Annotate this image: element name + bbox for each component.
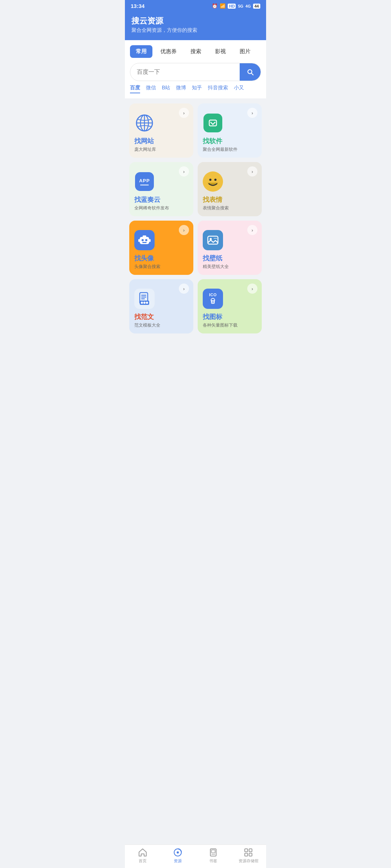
- app-subtitle: 聚合全网资源，方便你的搜索: [131, 27, 260, 34]
- tab-image[interactable]: 图片: [234, 45, 256, 58]
- svg-rect-12: [142, 242, 147, 243]
- search-button[interactable]: [240, 63, 261, 81]
- tab-common[interactable]: 常用: [130, 45, 152, 58]
- svg-point-10: [142, 239, 144, 241]
- nav-home-label: 首页: [139, 858, 147, 864]
- svg-point-23: [143, 302, 146, 304]
- card-title-emoji: 找表情: [203, 195, 257, 204]
- card-desc-wallpaper: 精美壁纸大全: [203, 264, 257, 270]
- nav-resource[interactable]: 资源: [160, 848, 196, 864]
- engine-zhihu[interactable]: 知乎: [192, 85, 202, 93]
- card-emoji[interactable]: › 找表情 表情聚合搜索: [198, 162, 262, 216]
- svg-point-11: [145, 239, 147, 241]
- alarm-icon: ⏰: [212, 3, 218, 9]
- bottom-nav: 首页 资源 书签 资源存储馆: [125, 844, 266, 868]
- engine-weibo[interactable]: 微博: [176, 85, 186, 93]
- engine-tabs: 百度 微信 B站 微博 知乎 抖音搜索 小又: [125, 81, 266, 98]
- svg-point-22: [141, 302, 143, 304]
- cards-grid: › 找网站 庞大网址库 ›: [125, 98, 266, 339]
- nav-resource-label: 资源: [174, 858, 182, 864]
- icon-doc: [134, 289, 155, 309]
- svg-rect-19: [141, 297, 146, 298]
- card-arrow-emoji: ›: [247, 166, 257, 176]
- tab-coupon[interactable]: 优惠券: [155, 45, 182, 58]
- card-title-avatar: 找头像: [134, 254, 188, 263]
- bookmark-icon: [209, 848, 218, 857]
- svg-rect-20: [141, 298, 145, 299]
- svg-rect-33: [245, 849, 248, 852]
- card-arrow-icon: ›: [247, 284, 257, 294]
- storage-icon: [244, 848, 253, 857]
- nav-storage[interactable]: 资源存储馆: [231, 848, 266, 864]
- search-icon: [246, 68, 254, 76]
- tabs-row: 常用 优惠券 搜索 影视 图片 百科: [130, 45, 261, 58]
- svg-rect-31: [211, 850, 215, 853]
- engine-douyin[interactable]: 抖音搜索: [208, 85, 228, 93]
- card-wallpaper[interactable]: › 找壁纸 精美壁纸大全: [198, 221, 262, 275]
- icon-software: [203, 113, 223, 133]
- svg-point-7: [214, 179, 216, 181]
- search-section: [125, 58, 266, 81]
- card-desc-app: 全网稀奇软件发布: [134, 205, 188, 211]
- card-desc-essay: 范文模板大全: [134, 322, 188, 328]
- engine-baidu[interactable]: 百度: [130, 85, 140, 93]
- tab-search[interactable]: 搜索: [185, 45, 207, 58]
- card-software[interactable]: › 找软件 聚合全网最新软件: [198, 103, 262, 158]
- card-arrow-app: ›: [179, 166, 189, 176]
- svg-rect-18: [141, 295, 146, 296]
- status-time: 13:34: [131, 3, 144, 9]
- nav-storage-label: 资源存储馆: [239, 858, 258, 864]
- svg-rect-13: [138, 239, 140, 242]
- svg-point-5: [205, 174, 221, 190]
- search-input[interactable]: [130, 64, 240, 80]
- icon-ico: ICO: [203, 289, 223, 309]
- svg-rect-15: [208, 236, 218, 244]
- search-box: [130, 63, 261, 81]
- hd-icon: HD: [228, 4, 236, 9]
- card-arrow-essay: ›: [179, 284, 189, 294]
- card-avatar[interactable]: › 找头像 头像聚合搜索: [129, 221, 193, 275]
- svg-point-24: [146, 302, 148, 304]
- icon-image: [203, 230, 223, 250]
- tab-video[interactable]: 影视: [209, 45, 232, 58]
- engine-xiaoyou[interactable]: 小又: [234, 85, 244, 93]
- home-icon: [138, 848, 147, 857]
- nav-bookmark-label: 书签: [209, 858, 217, 864]
- main-content: 常用 优惠券 搜索 影视 图片 百科 百度 微信 B站 微博 知乎 抖音搜索: [125, 40, 266, 364]
- app-title: 搜云资源: [131, 16, 260, 26]
- icon-robot: [134, 230, 155, 250]
- card-title-software: 找软件: [203, 137, 257, 145]
- nav-home[interactable]: 首页: [125, 848, 160, 864]
- svg-rect-36: [249, 853, 252, 856]
- 5g-icon: 5G: [238, 4, 243, 8]
- svg-rect-34: [249, 849, 252, 852]
- svg-rect-14: [149, 239, 151, 242]
- tabs-container: 常用 优惠券 搜索 影视 图片 百科: [125, 40, 266, 58]
- svg-point-29: [177, 851, 179, 854]
- icon-app: APP: [134, 171, 155, 192]
- card-arrow-avatar: ›: [179, 225, 189, 235]
- card-title-website: 找网站: [134, 137, 188, 145]
- engine-bilibili[interactable]: B站: [162, 85, 170, 93]
- card-website[interactable]: › 找网站 庞大网址库: [129, 103, 193, 158]
- svg-rect-35: [245, 853, 248, 856]
- battery-icon: 44: [253, 4, 260, 9]
- icon-website: [134, 113, 155, 133]
- card-desc-emoji: 表情聚合搜索: [203, 205, 257, 211]
- card-essay[interactable]: › 找范文 范文模板大全: [129, 279, 193, 333]
- status-bar: 13:34 ⏰ 📶 HD 5G 4G 44: [125, 0, 266, 12]
- 4g-icon: 4G: [245, 4, 251, 8]
- svg-rect-9: [143, 235, 146, 238]
- nav-bookmark[interactable]: 书签: [196, 848, 231, 864]
- resource-icon: [173, 848, 182, 857]
- card-icon[interactable]: › ICO 找图标 各种矢量图标下载: [198, 279, 262, 333]
- engine-weixin[interactable]: 微信: [146, 85, 156, 93]
- tab-wiki[interactable]: 百科: [258, 45, 261, 58]
- card-desc-icon: 各种矢量图标下载: [203, 322, 257, 328]
- wifi-icon: 📶: [220, 3, 226, 9]
- card-app[interactable]: › APP 找蓝奏云 全网稀奇软件发布: [129, 162, 193, 216]
- card-title-essay: 找范文: [134, 312, 188, 321]
- card-desc-software: 聚合全网最新软件: [203, 146, 257, 153]
- card-arrow-wallpaper: ›: [247, 225, 257, 235]
- card-arrow-software: ›: [247, 108, 257, 118]
